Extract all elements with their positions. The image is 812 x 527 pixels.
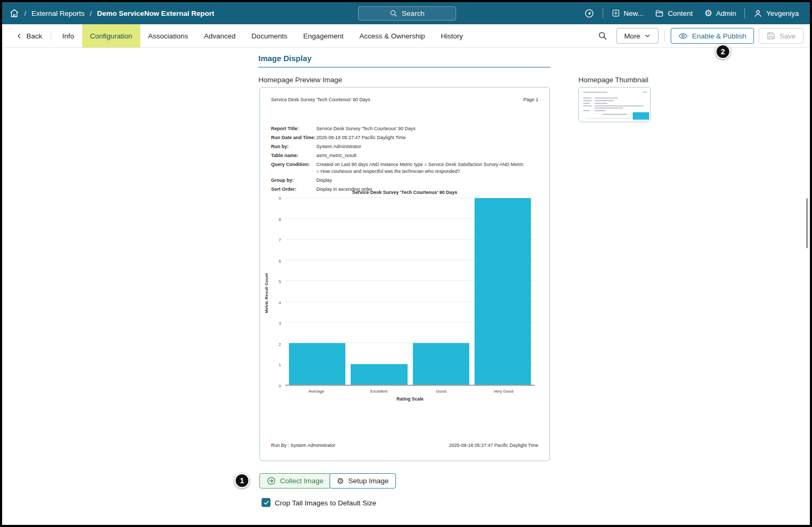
- arrow-circle-icon: [267, 476, 276, 485]
- chart-y-tick: 4: [279, 300, 281, 305]
- meta-label: Group by:: [271, 177, 316, 184]
- meta-value: System Administrator: [316, 143, 527, 150]
- scrollbar-thumb[interactable]: [806, 198, 808, 248]
- chart-y-axis: 0123456789: [273, 198, 281, 386]
- step-1-badge: 1: [235, 473, 249, 488]
- thumbnail-line: [595, 100, 614, 101]
- homepage-thumbnail: [578, 87, 651, 122]
- chart-bar-excellent: [351, 364, 407, 385]
- chart-y-tick: 5: [279, 279, 281, 284]
- report-header: Service Desk Survey 'Tech Courteous' 90 …: [271, 97, 538, 102]
- chart-x-tick: Very Good: [472, 389, 535, 394]
- search-placeholder: Search: [402, 9, 424, 17]
- chart-y-axis-title: Metric Result Count: [264, 273, 269, 313]
- chart-bar-slot: [286, 198, 348, 385]
- report-meta-row: Run Date and Time: 2025-08-18 05:27:47 P…: [271, 134, 527, 141]
- eye-icon: [679, 32, 688, 41]
- user-menu[interactable]: Yevgeniya: [748, 9, 805, 18]
- meta-label: Table name:: [271, 152, 316, 159]
- global-search[interactable]: Search: [358, 6, 456, 21]
- thumbnail-line: [595, 108, 623, 109]
- chart-y-tick: 7: [279, 238, 281, 242]
- meta-label: Run Date and Time:: [271, 134, 316, 141]
- toolbar-divider: [664, 30, 665, 42]
- report-meta-row: Query Condition: Created on Last 90 days…: [271, 161, 527, 175]
- user-icon: [753, 9, 762, 18]
- homepage-preview-image: Service Desk Survey 'Tech Courteous' 90 …: [259, 87, 550, 461]
- enable-publish-button[interactable]: Enable & Publish: [671, 28, 754, 44]
- check-icon: [263, 500, 269, 506]
- breadcrumb: / External Reports / Demo ServiceNow Ext…: [9, 8, 214, 18]
- new-button-label: New...: [624, 9, 644, 17]
- meta-value: Display: [316, 177, 527, 184]
- tab-history[interactable]: History: [433, 24, 471, 47]
- thumbnail-line: [583, 97, 592, 99]
- toolbar-divider: [51, 31, 51, 41]
- report-meta-row: Group by: Display: [271, 177, 527, 184]
- thumbnail-line: [643, 92, 647, 93]
- chart-title: Service Desk Survey 'Tech Courteous' 90 …: [260, 190, 549, 195]
- report-header-title: Service Desk Survey 'Tech Courteous' 90 …: [271, 97, 370, 102]
- crop-checkbox[interactable]: [262, 498, 270, 507]
- chart-y-tick: 3: [279, 321, 281, 326]
- thumbnail-line: [583, 103, 590, 104]
- home-icon[interactable]: [9, 8, 19, 18]
- admin-button-label: Admin: [716, 9, 736, 17]
- chart-bar-slot: [348, 198, 410, 385]
- meta-label: Run by:: [271, 143, 316, 150]
- save-button[interactable]: Save: [759, 28, 804, 44]
- tab-strip: Back Info Configuration Associations Adv…: [11, 24, 471, 47]
- chart-x-axis-title: Rating Scale: [285, 396, 535, 402]
- report-meta-row: Run by: System Administrator: [271, 143, 527, 150]
- thumbnail-line: [583, 110, 589, 111]
- admin-button[interactable]: ⚙ Admin: [699, 9, 742, 18]
- collect-image-button[interactable]: Collect Image: [259, 473, 331, 489]
- chart-plot: [285, 198, 535, 386]
- chart-x-labels: AverageExcellentGoodVery Good: [285, 389, 535, 394]
- content-button-label: Content: [668, 9, 692, 17]
- save-icon: [767, 32, 775, 40]
- compass-icon[interactable]: [578, 8, 600, 18]
- chart-y-tick: 0: [279, 384, 281, 388]
- tab-documents[interactable]: Documents: [244, 24, 295, 47]
- chart-y-tick: 9: [279, 196, 281, 201]
- topbar-divider: [603, 8, 603, 18]
- tab-advanced[interactable]: Advanced: [196, 24, 244, 47]
- more-button[interactable]: More: [616, 28, 659, 44]
- thumbnail-line: [595, 105, 643, 106]
- report-footer-runby: Run By : System Administrator: [271, 443, 335, 448]
- thumbnail-chart-bar: [633, 112, 649, 120]
- chart-x-tick: Good: [410, 389, 472, 394]
- meta-value: 2025-08-18 05:27:47 Pacific Daylight Tim…: [316, 134, 527, 141]
- thumbnail-line: [595, 110, 605, 111]
- meta-label: Query Condition:: [271, 161, 316, 175]
- report-footer: Run By : System Administrator 2025-08-18…: [271, 443, 538, 448]
- tab-info[interactable]: Info: [54, 24, 82, 47]
- tab-engagement[interactable]: Engagement: [295, 24, 352, 47]
- tab-access-ownership[interactable]: Access & Ownership: [352, 24, 433, 47]
- tab-configuration[interactable]: Configuration: [82, 24, 140, 47]
- content-button[interactable]: Content: [649, 9, 698, 18]
- chart-bar-good: [413, 343, 469, 385]
- preview-image-label: Homepage Preview Image: [258, 76, 342, 84]
- back-button[interactable]: Back: [11, 24, 47, 47]
- screenshot-frame: / External Reports / Demo ServiceNow Ext…: [0, 0, 812, 527]
- chart-bar-slot: [410, 198, 472, 385]
- breadcrumb-separator: /: [90, 9, 92, 17]
- breadcrumb-link-external-reports[interactable]: External Reports: [32, 9, 85, 17]
- collect-image-label: Collect Image: [280, 477, 324, 485]
- thumbnail-label: Homepage Thumbnail: [578, 76, 649, 84]
- tab-associations[interactable]: Associations: [140, 24, 196, 47]
- toolbar-search-icon[interactable]: [594, 31, 612, 41]
- section-title: Image Display: [258, 54, 550, 67]
- crop-checkbox-label[interactable]: Crop Tall Images to Default Size: [275, 499, 376, 507]
- new-button[interactable]: New...: [606, 9, 650, 17]
- gear-icon: ⚙: [704, 9, 712, 18]
- chart-x-tick: Excellent: [347, 389, 410, 394]
- breadcrumb-current-page: Demo ServiceNow External Report: [97, 9, 214, 17]
- thumbnail-line: [583, 92, 607, 93]
- thumbnail-chart-title-line: [603, 114, 627, 115]
- setup-image-button[interactable]: ⚙ Setup Image: [330, 473, 396, 489]
- thumbnail-line: [583, 100, 592, 101]
- setup-image-label: Setup Image: [348, 477, 389, 485]
